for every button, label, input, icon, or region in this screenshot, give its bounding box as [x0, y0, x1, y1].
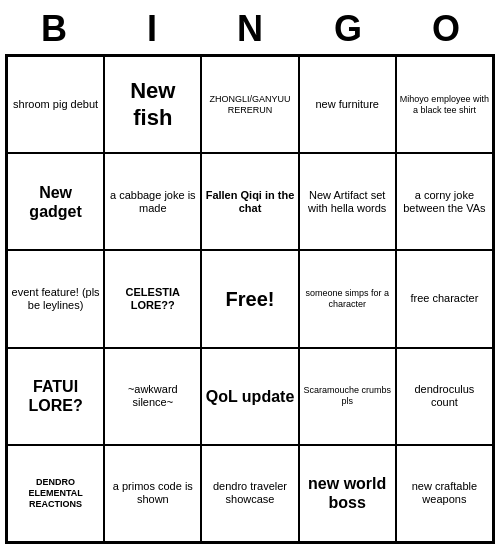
cell-11: CELESTIA LORE?? — [104, 250, 201, 347]
cell-24: new craftable weapons — [396, 445, 493, 542]
cell-1: New fish — [104, 56, 201, 153]
cell-6: a cabbage joke is made — [104, 153, 201, 250]
title-letter-i: I — [107, 8, 197, 50]
cell-13: someone simps for a character — [299, 250, 396, 347]
cell-8: New Artifact set with hella words — [299, 153, 396, 250]
cell-18: Scaramouche crumbs pls — [299, 348, 396, 445]
cell-14: free character — [396, 250, 493, 347]
cell-16: ~awkward silence~ — [104, 348, 201, 445]
cell-15: FATUI LORE? — [7, 348, 104, 445]
cell-4: Mihoyo employee with a black tee shirt — [396, 56, 493, 153]
cell-23: new world boss — [299, 445, 396, 542]
title-letter-n: N — [205, 8, 295, 50]
cell-5: New gadget — [7, 153, 104, 250]
cell-2: ZHONGLI/GANYUU RERERUN — [201, 56, 298, 153]
cell-17: QoL update — [201, 348, 298, 445]
title-letter-o: O — [401, 8, 491, 50]
cell-0: shroom pig debut — [7, 56, 104, 153]
cell-22: dendro traveler showcase — [201, 445, 298, 542]
cell-20: DENDRO ELEMENTAL REACTIONS — [7, 445, 104, 542]
title-letter-b: B — [9, 8, 99, 50]
cell-10: event feature! (pls be leylines) — [7, 250, 104, 347]
bingo-title: BINGO — [5, 0, 495, 54]
cell-21: a primos code is shown — [104, 445, 201, 542]
cell-12: Free! — [201, 250, 298, 347]
bingo-grid: shroom pig debutNew fishZHONGLI/GANYUU R… — [5, 54, 495, 544]
title-letter-g: G — [303, 8, 393, 50]
cell-19: dendroculus count — [396, 348, 493, 445]
cell-3: new furniture — [299, 56, 396, 153]
cell-9: a corny joke between the VAs — [396, 153, 493, 250]
cell-7: Fallen Qiqi in the chat — [201, 153, 298, 250]
